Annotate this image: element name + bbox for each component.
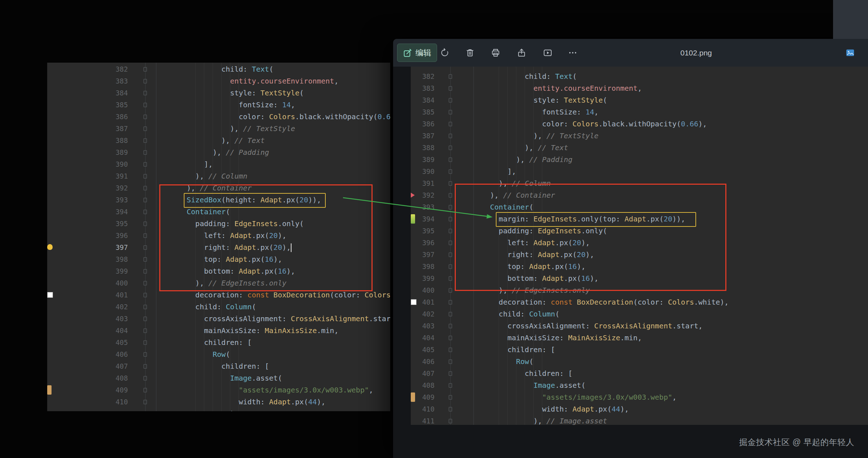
fold-marker-icon[interactable] — [449, 229, 452, 233]
code-line[interactable]: 407 children: [ — [47, 360, 390, 372]
line-number[interactable]: 403 — [411, 320, 435, 332]
fold-marker-icon[interactable] — [449, 336, 452, 340]
line-number[interactable]: 382 — [47, 63, 128, 75]
code-line[interactable]: 408 Image.asset( — [47, 372, 390, 384]
fold-marker-icon[interactable] — [449, 193, 452, 198]
color-green-marker[interactable] — [411, 214, 415, 224]
fold-marker-icon[interactable] — [143, 269, 147, 274]
line-number[interactable]: 388 — [411, 142, 435, 154]
code-line[interactable]: 402 child: Column( — [411, 308, 868, 320]
code-line[interactable]: 385 fontSize: 14, — [411, 106, 868, 118]
slideshow-button[interactable] — [539, 45, 556, 61]
code-line[interactable]: 408 Image.asset( — [411, 380, 868, 391]
print-button[interactable] — [487, 45, 504, 61]
code-line[interactable]: 390 ], — [411, 166, 868, 178]
fold-marker-icon[interactable] — [143, 352, 147, 357]
code-text[interactable]: children: [ — [187, 360, 269, 372]
fold-marker-icon[interactable] — [143, 388, 147, 392]
line-number[interactable]: 385 — [411, 106, 435, 118]
code-text[interactable]: child: Text( — [490, 71, 577, 82]
fold-marker-icon[interactable] — [143, 186, 147, 190]
line-number[interactable]: 407 — [411, 368, 435, 380]
line-number[interactable]: 383 — [411, 82, 435, 94]
code-line[interactable]: 410 width: Adapt.px(44), — [411, 403, 868, 415]
code-text[interactable]: Image.asset( — [490, 380, 586, 391]
code-text[interactable]: entity.courseEnvironment, — [490, 82, 642, 94]
line-number[interactable]: 410 — [47, 396, 128, 408]
code-text[interactable]: child: Column( — [490, 308, 560, 320]
code-text[interactable]: "assets/images/3.0x/w003.webp", — [187, 384, 373, 396]
line-number[interactable]: 393 — [47, 194, 128, 206]
code-line[interactable]: 402 child: Column( — [47, 301, 390, 313]
code-line[interactable]: 389 ), // Padding — [47, 147, 390, 158]
line-number[interactable]: 390 — [411, 166, 435, 178]
line-number[interactable]: 387 — [47, 123, 128, 135]
fold-marker-icon[interactable] — [449, 395, 452, 400]
code-line[interactable]: 386 color: Colors.black.withOpacity(0.66… — [47, 111, 390, 123]
fold-marker-icon[interactable] — [449, 157, 452, 162]
fold-marker-icon[interactable] — [143, 221, 147, 226]
bulb-marker[interactable] — [47, 244, 53, 250]
code-line[interactable]: 404 mainAxisSize: MainAxisSize.min, — [411, 332, 868, 344]
fold-marker-icon[interactable] — [143, 91, 147, 95]
fold-marker-icon[interactable] — [143, 210, 147, 214]
line-number[interactable]: 391 — [47, 170, 128, 182]
line-number[interactable]: 386 — [411, 118, 435, 130]
code-line[interactable]: 387 ), // TextStyle — [47, 123, 390, 135]
line-number[interactable]: 408 — [47, 372, 128, 384]
code-text[interactable]: mainAxisSize: MainAxisSize.min, — [490, 332, 642, 344]
code-line[interactable]: 382 child: Text( — [47, 63, 390, 75]
fold-marker-icon[interactable] — [143, 67, 147, 72]
code-text[interactable]: ), // TextStyle — [490, 130, 598, 142]
code-text[interactable]: color: Colors.black.withOpacity(0.66), — [490, 118, 707, 130]
fold-marker-icon[interactable] — [143, 126, 147, 131]
line-number[interactable]: 385 — [47, 99, 128, 111]
line-number[interactable]: 397 — [47, 242, 128, 253]
line-number[interactable]: 386 — [47, 111, 128, 123]
fold-marker-icon[interactable] — [143, 316, 147, 321]
fold-marker-icon[interactable] — [143, 293, 147, 297]
code-line[interactable]: 409 "assets/images/3.0x/w003.webp", — [411, 391, 868, 403]
more-button[interactable] — [564, 45, 581, 61]
fold-marker-icon[interactable] — [143, 233, 147, 238]
line-number[interactable]: 397 — [411, 249, 435, 261]
code-text[interactable]: children: [ — [490, 344, 555, 356]
code-line[interactable]: 406 Row( — [47, 349, 390, 360]
fold-marker-icon[interactable] — [449, 300, 452, 305]
line-number[interactable]: 400 — [47, 277, 128, 289]
fold-marker-icon[interactable] — [143, 79, 147, 84]
code-text[interactable]: ), // TextStyle — [187, 123, 295, 135]
code-line[interactable]: 384 style: TextStyle( — [47, 87, 390, 99]
code-line[interactable]: 383 entity.courseEnvironment, — [411, 82, 868, 94]
line-number[interactable]: 389 — [47, 147, 128, 158]
code-text[interactable]: fontSize: 14, — [490, 106, 598, 118]
line-number[interactable]: 404 — [47, 325, 128, 337]
line-number[interactable]: 394 — [47, 206, 128, 218]
code-line[interactable]: 386 color: Colors.black.withOpacity(0.66… — [411, 118, 868, 130]
line-number[interactable]: 411 — [47, 408, 128, 411]
fold-marker-icon[interactable] — [449, 371, 452, 376]
fold-marker-icon[interactable] — [143, 138, 147, 143]
code-line[interactable]: 409 "assets/images/3.0x/w003.webp", — [47, 384, 390, 396]
fold-marker-icon[interactable] — [449, 347, 452, 352]
fold-marker-icon[interactable] — [449, 252, 452, 257]
line-number[interactable]: 408 — [411, 380, 435, 391]
code-text[interactable]: style: TextStyle( — [187, 87, 304, 99]
code-text[interactable]: color: Colors.black.withOpacity(0.66), — [187, 111, 390, 123]
fold-marker-icon[interactable] — [143, 400, 147, 404]
code-text[interactable]: Row( — [187, 349, 230, 360]
fold-marker-icon[interactable] — [449, 241, 452, 245]
code-text[interactable]: ), // Text — [490, 142, 568, 154]
line-number[interactable]: 383 — [47, 75, 128, 87]
fold-marker-icon[interactable] — [449, 74, 452, 79]
bp-arrow-marker[interactable] — [411, 193, 415, 198]
fold-marker-icon[interactable] — [449, 181, 452, 186]
code-text[interactable]: width: Adapt.px(44), — [490, 403, 629, 415]
fold-marker-icon[interactable] — [143, 364, 147, 369]
image-tag-marker[interactable] — [47, 385, 52, 395]
line-number[interactable]: 411 — [411, 415, 435, 425]
fold-marker-icon[interactable] — [449, 312, 452, 316]
line-number[interactable]: 405 — [47, 337, 128, 349]
line-number[interactable]: 407 — [47, 360, 128, 372]
fold-marker-icon[interactable] — [143, 340, 147, 345]
